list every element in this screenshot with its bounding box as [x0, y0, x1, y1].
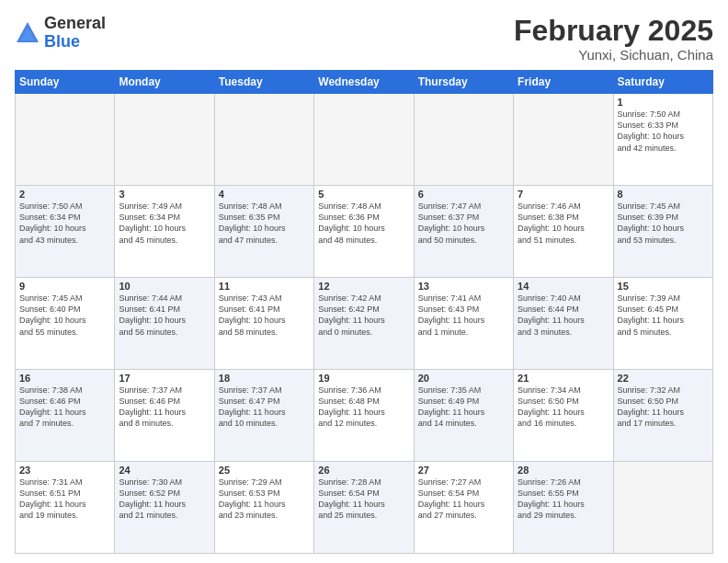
- day-info-3-1: Sunrise: 7:37 AM Sunset: 6:46 PM Dayligh…: [119, 385, 210, 430]
- month-title: February 2025: [514, 15, 713, 47]
- day-number-2-0: 9: [19, 281, 110, 292]
- page: General Blue February 2025 Yunxi, Sichua…: [0, 0, 728, 563]
- header-thursday: Thursday: [414, 71, 513, 94]
- day-number-4-0: 23: [19, 465, 110, 476]
- day-info-2-1: Sunrise: 7:44 AM Sunset: 6:41 PM Dayligh…: [119, 293, 210, 338]
- day-info-4-0: Sunrise: 7:31 AM Sunset: 6:51 PM Dayligh…: [19, 477, 110, 522]
- header-tuesday: Tuesday: [214, 71, 313, 94]
- day-cell-4-0: 23Sunrise: 7:31 AM Sunset: 6:51 PM Dayli…: [16, 462, 115, 554]
- day-cell-0-0: [16, 94, 115, 186]
- day-info-2-3: Sunrise: 7:42 AM Sunset: 6:42 PM Dayligh…: [318, 293, 409, 338]
- day-cell-1-1: 3Sunrise: 7:49 AM Sunset: 6:34 PM Daylig…: [115, 186, 214, 278]
- day-info-4-4: Sunrise: 7:27 AM Sunset: 6:54 PM Dayligh…: [418, 477, 509, 522]
- day-info-1-3: Sunrise: 7:48 AM Sunset: 6:36 PM Dayligh…: [318, 201, 409, 246]
- day-number-2-4: 13: [418, 281, 509, 292]
- week-row-1: 2Sunrise: 7:50 AM Sunset: 6:34 PM Daylig…: [16, 186, 713, 278]
- logo-icon: [15, 20, 40, 46]
- day-info-3-3: Sunrise: 7:36 AM Sunset: 6:48 PM Dayligh…: [318, 385, 409, 430]
- logo-blue: Blue: [44, 32, 80, 51]
- day-info-3-0: Sunrise: 7:38 AM Sunset: 6:46 PM Dayligh…: [19, 385, 110, 430]
- day-cell-4-2: 25Sunrise: 7:29 AM Sunset: 6:53 PM Dayli…: [214, 462, 313, 554]
- day-cell-1-3: 5Sunrise: 7:48 AM Sunset: 6:36 PM Daylig…: [314, 186, 414, 278]
- day-info-1-0: Sunrise: 7:50 AM Sunset: 6:34 PM Dayligh…: [19, 201, 110, 246]
- day-number-4-2: 25: [219, 465, 310, 476]
- location: Yunxi, Sichuan, China: [514, 47, 713, 63]
- day-cell-0-5: [514, 94, 613, 186]
- day-number-4-3: 26: [318, 465, 409, 476]
- day-number-2-2: 11: [219, 281, 310, 292]
- day-info-2-5: Sunrise: 7:40 AM Sunset: 6:44 PM Dayligh…: [518, 293, 609, 338]
- day-cell-2-5: 14Sunrise: 7:40 AM Sunset: 6:44 PM Dayli…: [514, 278, 613, 370]
- day-info-1-4: Sunrise: 7:47 AM Sunset: 6:37 PM Dayligh…: [418, 201, 509, 246]
- day-cell-2-2: 11Sunrise: 7:43 AM Sunset: 6:41 PM Dayli…: [214, 278, 313, 370]
- header-monday: Monday: [115, 71, 214, 94]
- day-info-2-0: Sunrise: 7:45 AM Sunset: 6:40 PM Dayligh…: [19, 293, 110, 338]
- day-number-0-6: 1: [618, 97, 709, 108]
- day-cell-2-3: 12Sunrise: 7:42 AM Sunset: 6:42 PM Dayli…: [314, 278, 414, 370]
- day-cell-1-0: 2Sunrise: 7:50 AM Sunset: 6:34 PM Daylig…: [16, 186, 115, 278]
- day-cell-0-4: [414, 94, 513, 186]
- day-number-2-5: 14: [518, 281, 609, 292]
- day-info-3-4: Sunrise: 7:35 AM Sunset: 6:49 PM Dayligh…: [418, 385, 509, 430]
- day-info-3-6: Sunrise: 7:32 AM Sunset: 6:50 PM Dayligh…: [618, 385, 709, 430]
- day-info-1-6: Sunrise: 7:45 AM Sunset: 6:39 PM Dayligh…: [618, 201, 709, 246]
- day-number-1-3: 5: [318, 189, 409, 200]
- day-cell-2-6: 15Sunrise: 7:39 AM Sunset: 6:45 PM Dayli…: [613, 278, 712, 370]
- day-cell-3-3: 19Sunrise: 7:36 AM Sunset: 6:48 PM Dayli…: [314, 370, 414, 462]
- day-number-4-5: 28: [518, 465, 609, 476]
- day-number-1-1: 3: [119, 189, 210, 200]
- day-info-0-6: Sunrise: 7:50 AM Sunset: 6:33 PM Dayligh…: [618, 109, 709, 154]
- header-friday: Friday: [514, 71, 613, 94]
- day-number-1-5: 7: [518, 189, 609, 200]
- header: General Blue February 2025 Yunxi, Sichua…: [15, 15, 713, 63]
- day-number-3-4: 20: [418, 373, 509, 384]
- logo-text: General Blue: [44, 15, 106, 52]
- day-cell-3-1: 17Sunrise: 7:37 AM Sunset: 6:46 PM Dayli…: [115, 370, 214, 462]
- day-info-3-5: Sunrise: 7:34 AM Sunset: 6:50 PM Dayligh…: [518, 385, 609, 430]
- day-info-2-6: Sunrise: 7:39 AM Sunset: 6:45 PM Dayligh…: [618, 293, 709, 338]
- day-info-4-5: Sunrise: 7:26 AM Sunset: 6:55 PM Dayligh…: [518, 477, 609, 522]
- day-number-1-0: 2: [19, 189, 110, 200]
- day-number-1-2: 4: [219, 189, 310, 200]
- day-cell-0-2: [214, 94, 313, 186]
- logo-general: General: [44, 14, 106, 32]
- day-cell-4-4: 27Sunrise: 7:27 AM Sunset: 6:54 PM Dayli…: [414, 462, 513, 554]
- day-info-2-2: Sunrise: 7:43 AM Sunset: 6:41 PM Dayligh…: [219, 293, 310, 338]
- header-wednesday: Wednesday: [314, 71, 414, 94]
- day-info-3-2: Sunrise: 7:37 AM Sunset: 6:47 PM Dayligh…: [219, 385, 310, 430]
- day-info-4-1: Sunrise: 7:30 AM Sunset: 6:52 PM Dayligh…: [119, 477, 210, 522]
- day-cell-1-2: 4Sunrise: 7:48 AM Sunset: 6:35 PM Daylig…: [214, 186, 313, 278]
- day-cell-2-0: 9Sunrise: 7:45 AM Sunset: 6:40 PM Daylig…: [16, 278, 115, 370]
- week-row-3: 16Sunrise: 7:38 AM Sunset: 6:46 PM Dayli…: [16, 370, 713, 462]
- day-cell-0-3: [314, 94, 414, 186]
- day-number-3-6: 22: [618, 373, 709, 384]
- day-info-4-2: Sunrise: 7:29 AM Sunset: 6:53 PM Dayligh…: [219, 477, 310, 522]
- calendar: Sunday Monday Tuesday Wednesday Thursday…: [15, 70, 713, 554]
- day-number-2-6: 15: [618, 281, 709, 292]
- day-number-2-3: 12: [318, 281, 409, 292]
- title-block: February 2025 Yunxi, Sichuan, China: [514, 15, 713, 63]
- day-cell-3-2: 18Sunrise: 7:37 AM Sunset: 6:47 PM Dayli…: [214, 370, 313, 462]
- day-cell-3-6: 22Sunrise: 7:32 AM Sunset: 6:50 PM Dayli…: [613, 370, 712, 462]
- day-cell-4-3: 26Sunrise: 7:28 AM Sunset: 6:54 PM Dayli…: [314, 462, 414, 554]
- day-info-1-1: Sunrise: 7:49 AM Sunset: 6:34 PM Dayligh…: [119, 201, 210, 246]
- day-cell-2-1: 10Sunrise: 7:44 AM Sunset: 6:41 PM Dayli…: [115, 278, 214, 370]
- day-cell-1-5: 7Sunrise: 7:46 AM Sunset: 6:38 PM Daylig…: [514, 186, 613, 278]
- day-number-3-3: 19: [318, 373, 409, 384]
- day-cell-4-6: [613, 462, 712, 554]
- logo: General Blue: [15, 15, 106, 52]
- day-info-1-5: Sunrise: 7:46 AM Sunset: 6:38 PM Dayligh…: [518, 201, 609, 246]
- day-number-3-1: 17: [119, 373, 210, 384]
- day-number-3-2: 18: [219, 373, 310, 384]
- day-number-4-4: 27: [418, 465, 509, 476]
- weekday-header-row: Sunday Monday Tuesday Wednesday Thursday…: [16, 71, 713, 94]
- day-number-1-4: 6: [418, 189, 509, 200]
- day-info-4-3: Sunrise: 7:28 AM Sunset: 6:54 PM Dayligh…: [318, 477, 409, 522]
- header-saturday: Saturday: [613, 71, 712, 94]
- day-cell-0-6: 1Sunrise: 7:50 AM Sunset: 6:33 PM Daylig…: [613, 94, 712, 186]
- day-cell-2-4: 13Sunrise: 7:41 AM Sunset: 6:43 PM Dayli…: [414, 278, 513, 370]
- day-cell-3-5: 21Sunrise: 7:34 AM Sunset: 6:50 PM Dayli…: [514, 370, 613, 462]
- day-cell-4-5: 28Sunrise: 7:26 AM Sunset: 6:55 PM Dayli…: [514, 462, 613, 554]
- day-info-2-4: Sunrise: 7:41 AM Sunset: 6:43 PM Dayligh…: [418, 293, 509, 338]
- week-row-2: 9Sunrise: 7:45 AM Sunset: 6:40 PM Daylig…: [16, 278, 713, 370]
